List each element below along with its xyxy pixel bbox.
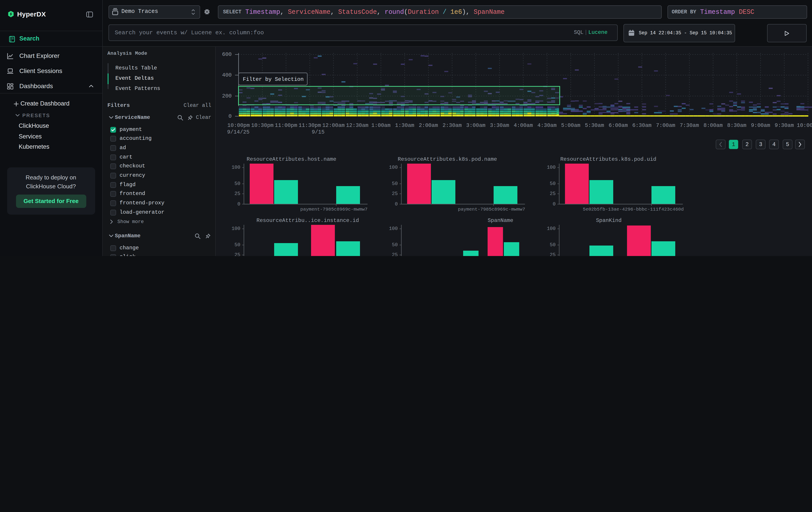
svg-text:5e02b5fb-13ae-4296-bbbc-111f42: 5e02b5fb-13ae-4296-bbbc-111f423c460d [583,207,684,212]
svg-text:50: 50 [235,181,240,187]
svg-text:50: 50 [392,242,398,248]
svg-text:12:30am: 12:30am [346,123,369,129]
svg-text:0: 0 [229,113,232,119]
svg-text:9:00am: 9:00am [751,123,770,129]
svg-text:0: 0 [395,201,398,207]
svg-text:5:30am: 5:30am [585,123,604,129]
svg-text:ResourceAttributes.k8s.pod.uid: ResourceAttributes.k8s.pod.uid [560,156,656,162]
svg-text:7:30am: 7:30am [680,123,699,129]
svg-text:50: 50 [392,181,398,187]
svg-text:3:30am: 3:30am [490,123,509,129]
svg-text:100: 100 [231,226,240,232]
svg-text:ResourceAttribu..ice.instance.: ResourceAttribu..ice.instance.id [257,217,359,223]
svg-text:9/15: 9/15 [312,129,325,135]
svg-text:ResourceAttributes.host.name: ResourceAttributes.host.name [246,156,336,162]
svg-text:5: 5 [786,141,789,148]
svg-text:2:30am: 2:30am [442,123,462,129]
svg-text:10:00am: 10:00am [797,123,812,129]
svg-text:25: 25 [235,252,240,256]
svg-text:10:30pm: 10:30pm [251,123,273,129]
svg-text:1: 1 [732,141,735,148]
svg-text:25: 25 [550,191,556,196]
svg-text:SpanName: SpanName [488,217,513,223]
svg-text:1:00am: 1:00am [371,123,390,129]
svg-text:6:00am: 6:00am [609,123,628,129]
svg-text:25: 25 [392,252,398,256]
svg-text:payment-7985c8969c-mwmw7: payment-7985c8969c-mwmw7 [300,207,368,212]
svg-text:12:00am: 12:00am [322,123,345,129]
svg-text:100: 100 [231,165,240,170]
svg-text:200: 200 [222,93,232,99]
svg-text:10:00pm: 10:00pm [228,123,250,129]
svg-text:5:00am: 5:00am [561,123,580,129]
svg-text:9/14/25: 9/14/25 [227,129,250,135]
svg-text:3: 3 [759,141,762,148]
svg-text:25: 25 [550,252,556,256]
svg-text:50: 50 [235,242,240,248]
svg-text:25: 25 [235,191,240,196]
svg-text:4:30am: 4:30am [538,123,556,129]
svg-text:100: 100 [389,165,398,170]
svg-text:50: 50 [550,181,556,187]
svg-text:100: 100 [547,165,556,170]
svg-text:1:30am: 1:30am [395,123,414,129]
svg-text:2: 2 [745,141,749,148]
svg-text:100: 100 [389,226,398,232]
svg-text:50: 50 [550,242,556,248]
svg-text:3:00am: 3:00am [466,123,485,129]
svg-text:4: 4 [772,141,776,148]
svg-text:0: 0 [553,201,556,207]
svg-text:25: 25 [392,191,398,196]
svg-text:11:00pm: 11:00pm [275,123,297,129]
svg-text:600: 600 [222,51,232,57]
svg-text:4:00am: 4:00am [514,123,533,129]
svg-text:9:30am: 9:30am [775,123,794,129]
svg-text:6:30am: 6:30am [632,123,651,129]
svg-text:payment-7985c8969c-mwmw7: payment-7985c8969c-mwmw7 [458,207,525,212]
svg-text:2:00am: 2:00am [419,123,438,129]
svg-text:ResourceAttributes.k8s.pod.nam: ResourceAttributes.k8s.pod.name [398,156,497,162]
svg-text:8:00am: 8:00am [703,123,723,129]
svg-text:8:30am: 8:30am [727,123,746,129]
svg-text:7:00am: 7:00am [656,123,675,129]
svg-text:11:30pm: 11:30pm [299,123,321,129]
svg-text:400: 400 [222,72,232,78]
svg-text:Filter by Selection: Filter by Selection [243,76,304,82]
svg-text:SpanKind: SpanKind [596,217,621,223]
svg-text:0: 0 [237,201,240,207]
svg-text:100: 100 [547,226,556,232]
